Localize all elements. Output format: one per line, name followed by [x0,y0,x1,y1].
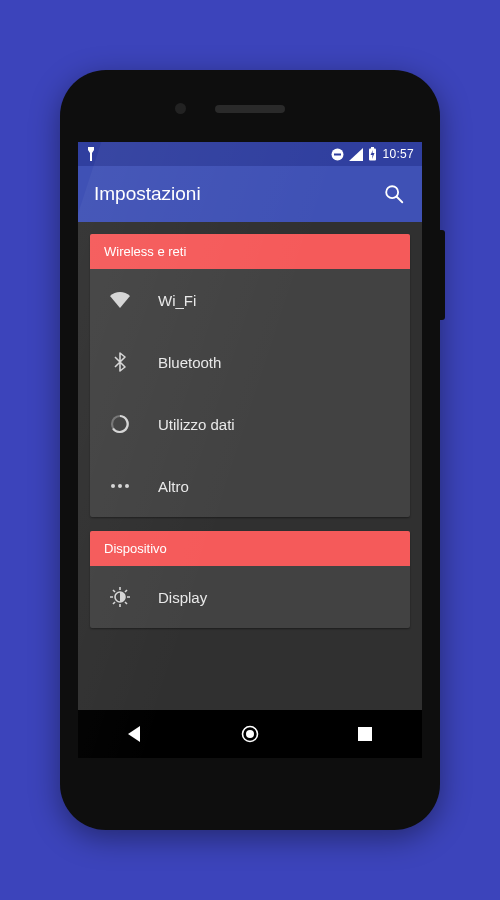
section-header-device: Dispositivo [90,531,410,566]
signal-icon [349,148,363,161]
svg-rect-21 [358,727,372,741]
svg-line-15 [113,590,115,592]
svg-rect-3 [371,147,374,149]
search-button[interactable] [382,182,406,206]
more-icon [106,483,134,489]
battery-charging-icon [368,147,377,161]
page-title: Impostazioni [94,183,201,205]
phone-speaker [215,105,285,113]
svg-line-17 [125,590,127,592]
android-nav-bar [78,710,422,758]
search-icon [383,183,405,205]
settings-item-label: Wi_Fi [158,292,394,309]
home-icon [241,725,259,743]
dnd-icon [331,148,344,161]
nav-home-button[interactable] [240,724,260,744]
svg-point-20 [246,730,254,738]
settings-content: Wireless e reti Wi_Fi Bluetooth [78,222,422,710]
svg-point-9 [125,484,129,488]
svg-point-7 [111,484,115,488]
settings-item-label: Bluetooth [158,354,394,371]
section-device: Dispositivo [90,531,410,628]
settings-item-data-usage[interactable]: Utilizzo dati [90,393,410,455]
status-clock: 10:57 [382,147,414,161]
section-header-wireless: Wireless e reti [90,234,410,269]
flashlight-icon [86,147,96,161]
settings-item-more[interactable]: Altro [90,455,410,517]
settings-item-display[interactable]: Display [90,566,410,628]
phone-frame: 10:57 Impostazioni Wireless e reti [60,70,440,830]
settings-item-label: Display [158,589,394,606]
svg-line-18 [113,602,115,604]
back-icon [126,725,144,743]
section-wireless: Wireless e reti Wi_Fi Bluetooth [90,234,410,517]
display-icon [106,587,134,607]
status-bar: 10:57 [78,142,422,166]
app-bar: Impostazioni [78,166,422,222]
settings-item-wifi[interactable]: Wi_Fi [90,269,410,331]
svg-point-8 [118,484,122,488]
data-usage-icon [106,414,134,434]
nav-back-button[interactable] [125,724,145,744]
nav-recent-button[interactable] [355,724,375,744]
svg-line-16 [125,602,127,604]
recent-icon [357,726,373,742]
bluetooth-icon [106,352,134,372]
svg-rect-1 [334,153,341,155]
phone-camera [175,103,186,114]
settings-item-label: Utilizzo dati [158,416,394,433]
settings-item-bluetooth[interactable]: Bluetooth [90,331,410,393]
settings-item-label: Altro [158,478,394,495]
screen: 10:57 Impostazioni Wireless e reti [78,142,422,758]
svg-line-5 [397,197,403,203]
wifi-icon [106,292,134,308]
